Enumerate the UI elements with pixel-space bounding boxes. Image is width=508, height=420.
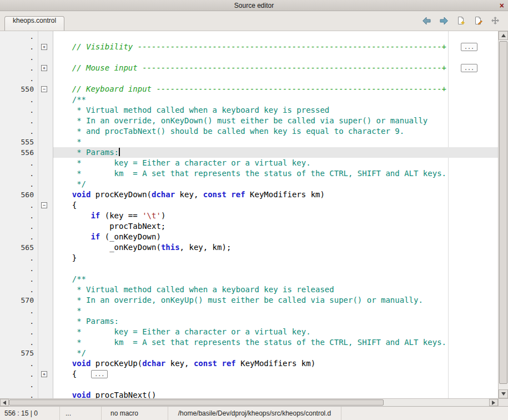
fold-margin[interactable] xyxy=(38,179,53,189)
code-text[interactable]: if (_onKeyDown) xyxy=(53,232,498,242)
editor-lines[interactable]: ..+ // Visibility ----------------------… xyxy=(0,31,498,398)
code-line[interactable]: .+ // Visibility -----------------------… xyxy=(0,42,498,52)
fold-margin[interactable] xyxy=(38,221,53,232)
code-text[interactable]: } xyxy=(53,253,498,263)
scroll-up-button[interactable] xyxy=(499,31,508,40)
code-line[interactable]: . void procKeyUp(dchar key, const ref Ke… xyxy=(0,358,498,369)
code-text[interactable]: void procKeyUp(dchar key, const ref KeyM… xyxy=(53,358,498,369)
fold-margin[interactable] xyxy=(38,284,53,295)
code-text[interactable]: * km = A set that represents the status … xyxy=(53,337,498,348)
horizontal-scroll-thumb[interactable] xyxy=(9,399,384,406)
fold-margin[interactable] xyxy=(38,242,53,253)
code-line[interactable]: . * km = A set that represents the statu… xyxy=(0,337,498,348)
horizontal-scrollbar[interactable] xyxy=(0,398,498,406)
fold-margin[interactable] xyxy=(38,137,53,147)
fold-margin[interactable] xyxy=(38,189,53,200)
fold-margin[interactable] xyxy=(38,274,53,284)
fold-margin[interactable]: + xyxy=(38,369,53,379)
code-text[interactable]: _onKeyDown(this, key, km); xyxy=(53,242,498,253)
back-button[interactable] xyxy=(420,14,432,27)
fold-margin[interactable] xyxy=(38,379,53,390)
code-line[interactable]: . * In an override, onKeyDown() must eit… xyxy=(0,116,498,126)
tab-kheops-control[interactable]: kheops.control xyxy=(4,16,64,31)
code-text[interactable]: * key = Either a character or a virtual … xyxy=(53,158,498,168)
fold-margin[interactable] xyxy=(38,168,53,179)
code-text[interactable]: { xyxy=(53,200,498,211)
fold-margin[interactable] xyxy=(38,158,53,168)
code-line[interactable]: . /** xyxy=(0,274,498,284)
code-text[interactable]: // Visibility --------------------------… xyxy=(53,42,498,52)
code-line[interactable]: 560 void procKeyDown(dchar key, const re… xyxy=(0,189,498,200)
fold-ellipsis-badge[interactable]: ... xyxy=(91,370,108,378)
code-line[interactable]: . * km = A set that represents the statu… xyxy=(0,168,498,179)
code-line[interactable]: 550− // Keyboard input -----------------… xyxy=(0,84,498,94)
code-line[interactable]: .+ // Mouse input ----------------------… xyxy=(0,63,498,73)
fold-margin[interactable] xyxy=(38,232,53,242)
fold-toggle-icon[interactable]: + xyxy=(41,65,47,71)
detach-button[interactable] xyxy=(489,14,501,27)
code-line[interactable]: 565 _onKeyDown(this, key, km); xyxy=(0,242,498,253)
fold-margin[interactable] xyxy=(38,94,53,105)
code-text[interactable]: /** xyxy=(53,94,498,105)
fold-ellipsis-badge[interactable]: ... xyxy=(461,64,477,72)
code-line[interactable]: .− { xyxy=(0,200,498,211)
code-text[interactable]: void procTabNext() xyxy=(53,390,498,398)
code-text[interactable]: * xyxy=(53,137,498,147)
code-text[interactable]: * Virtual method called when a keyboard … xyxy=(53,284,498,295)
code-line[interactable]: . xyxy=(0,263,498,274)
fold-margin[interactable] xyxy=(38,358,53,369)
fold-margin[interactable] xyxy=(38,126,53,137)
code-line[interactable]: . * Virtual method called when a keyboar… xyxy=(0,284,498,295)
code-text[interactable]: * In an override, onKeyUp() must either … xyxy=(53,295,498,306)
fold-margin[interactable] xyxy=(38,390,53,398)
fold-toggle-icon[interactable]: − xyxy=(41,86,47,92)
fold-margin[interactable] xyxy=(38,253,53,263)
code-line[interactable]: . procTabNext; xyxy=(0,221,498,232)
fold-toggle-icon[interactable]: − xyxy=(41,202,47,208)
fold-margin[interactable] xyxy=(38,73,53,84)
code-line[interactable]: 575 */ xyxy=(0,348,498,358)
fold-margin[interactable] xyxy=(38,263,53,274)
code-line[interactable]: 556 * Params: xyxy=(0,147,498,158)
code-line[interactable]: . * Params: xyxy=(0,316,498,327)
code-line[interactable]: 570 * In an override, onKeyUp() must eit… xyxy=(0,295,498,306)
code-text[interactable]: */ xyxy=(53,348,498,358)
code-text[interactable]: * and procTabNext() should be called whe… xyxy=(53,126,498,137)
fold-margin[interactable] xyxy=(38,327,53,337)
scroll-right-button[interactable] xyxy=(489,399,498,406)
fold-margin[interactable]: − xyxy=(38,84,53,94)
close-button[interactable]: × xyxy=(500,1,504,11)
fold-margin[interactable] xyxy=(38,211,53,221)
code-text[interactable] xyxy=(53,73,498,84)
code-line[interactable]: . * key = Either a character or a virtua… xyxy=(0,158,498,168)
fold-margin[interactable] xyxy=(38,348,53,358)
fold-margin[interactable] xyxy=(38,337,53,348)
code-line[interactable]: . /** xyxy=(0,94,498,105)
vertical-scroll-thumb[interactable] xyxy=(499,41,507,384)
code-text[interactable]: */ xyxy=(53,179,498,189)
code-line[interactable]: 555 * xyxy=(0,137,498,147)
code-line[interactable]: . void procTabNext() xyxy=(0,390,498,398)
fold-margin[interactable] xyxy=(38,147,53,158)
code-line[interactable]: . * key = Either a character or a virtua… xyxy=(0,327,498,337)
code-line[interactable]: . xyxy=(0,73,498,84)
code-line[interactable]: . * xyxy=(0,306,498,316)
fold-toggle-icon[interactable]: + xyxy=(41,44,47,50)
vertical-scrollbar[interactable] xyxy=(498,31,508,398)
fold-margin[interactable] xyxy=(38,31,53,42)
vertical-scroll-track[interactable] xyxy=(499,40,508,389)
document-add-button[interactable] xyxy=(455,14,467,27)
code-text[interactable]: * Params: xyxy=(53,316,498,327)
code-text[interactable] xyxy=(53,52,498,63)
code-line[interactable]: . if (_onKeyDown) xyxy=(0,232,498,242)
code-text[interactable]: * km = A set that represents the status … xyxy=(53,168,498,179)
fold-margin[interactable] xyxy=(38,306,53,316)
code-text[interactable]: // Keyboard input ----------------------… xyxy=(53,84,498,94)
code-line[interactable]: . xyxy=(0,52,498,63)
document-edit-button[interactable] xyxy=(472,14,484,27)
code-text[interactable]: * Params: xyxy=(53,147,498,158)
code-text[interactable]: * xyxy=(53,306,498,316)
fold-ellipsis-badge[interactable]: ... xyxy=(461,43,477,51)
code-text[interactable]: {... xyxy=(53,369,498,379)
scroll-left-button[interactable] xyxy=(0,399,9,406)
